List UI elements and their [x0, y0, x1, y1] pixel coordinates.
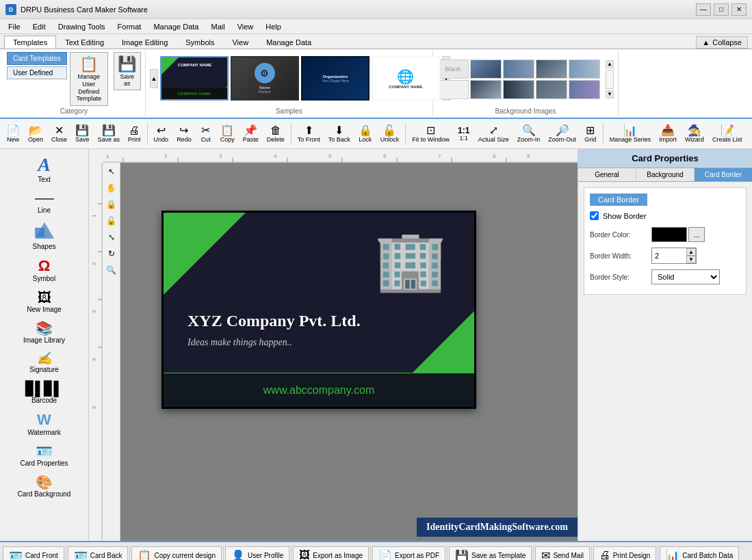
tb-create-list[interactable]: 📝Create List [709, 123, 746, 145]
sidebar-item-text[interactable]: A Text [3, 152, 86, 187]
minimize-button[interactable]: — [696, 3, 711, 16]
tab-view[interactable]: View [223, 36, 257, 49]
tb-paste[interactable]: 📌Paste [239, 123, 262, 145]
tb-undo[interactable]: ↩Undo [151, 123, 172, 145]
tb-to-back[interactable]: ⬇To Back [325, 123, 354, 145]
bg-thumb-5[interactable] [569, 59, 600, 79]
bg-thumb-8[interactable] [503, 80, 534, 99]
tb-cut[interactable]: ✂Cut [196, 123, 216, 145]
menu-manage-data[interactable]: Manage Data [148, 21, 204, 32]
tb-grid[interactable]: ⊞Grid [581, 123, 600, 145]
border-color-swatch[interactable] [651, 227, 687, 242]
bg-thumb-9[interactable] [536, 80, 567, 99]
sidebar-item-line[interactable]: Line [3, 188, 86, 217]
tb-unlock[interactable]: 🔓Unlock [377, 123, 403, 145]
tb-1-1[interactable]: 1:11:1 [454, 124, 474, 144]
sample-thumb-3[interactable]: OrganizationYour Slogan Here [301, 56, 369, 101]
sample-thumb-1[interactable]: COMPANY NAME COMPANY NAME [160, 56, 229, 101]
tb-new[interactable]: 📄New [3, 123, 23, 145]
bg-scroll-up[interactable]: ▲ [606, 60, 614, 68]
bottom-copy-design[interactable]: 📋 Copy current design [131, 546, 222, 560]
menu-format[interactable]: Format [112, 21, 147, 32]
sidebar-item-symbol[interactable]: Ω Symbol [3, 255, 86, 286]
border-width-down[interactable]: ▼ [686, 256, 696, 263]
close-button[interactable]: ✕ [731, 3, 747, 16]
tab-symbols[interactable]: Symbols [177, 36, 223, 49]
maximize-button[interactable]: □ [714, 3, 729, 16]
sidebar-item-shapes[interactable]: Shapes [3, 219, 86, 254]
tb-actual-size[interactable]: ⤢Actual Size [475, 123, 513, 145]
bg-thumb-3[interactable] [503, 59, 534, 79]
panel-tab-general[interactable]: General [578, 168, 636, 181]
sidebar-item-watermark[interactable]: W Watermark [3, 409, 86, 440]
card-border-tab[interactable]: Card Border [590, 194, 647, 206]
bottom-save-template[interactable]: 💾 Save as Template [449, 546, 532, 560]
sidebar-item-image-library[interactable]: 📚 Image Library [3, 318, 86, 347]
tb-print[interactable]: 🖨Print [125, 123, 144, 145]
tb-redo[interactable]: ↪Redo [173, 123, 195, 145]
side-tool-lock[interactable]: 🔒 [104, 197, 119, 212]
tb-delete[interactable]: 🗑Delete [263, 123, 288, 145]
sidebar-item-barcode[interactable]: ▊▌▊▌ Barcode [3, 378, 86, 408]
panel-tab-card-border[interactable]: Card Border [695, 168, 752, 181]
tb-close[interactable]: ✕Close [48, 123, 70, 145]
user-defined-button[interactable]: User Defined [7, 66, 67, 79]
side-tool-zoom[interactable]: 🔍 [104, 263, 119, 278]
bottom-print-design[interactable]: 🖨 Print Design [593, 546, 656, 560]
panel-tab-background[interactable]: Background [636, 168, 695, 181]
tab-manage-data[interactable]: Manage Data [257, 36, 320, 49]
menu-drawing-tools[interactable]: Drawing Tools [53, 21, 111, 32]
collapse-button[interactable]: ▲ Collapse [696, 36, 748, 49]
samples-scroll-up[interactable]: ▲ [150, 69, 158, 88]
bottom-export-image[interactable]: 🖼 Export as Image [293, 546, 369, 560]
bottom-export-pdf[interactable]: 📄 Export as PDF [372, 546, 445, 560]
side-tool-lock2[interactable]: 🔓 [104, 213, 119, 228]
save-as-button[interactable]: 💾 Save as [114, 52, 141, 90]
menu-edit[interactable]: Edit [27, 21, 51, 32]
tb-wizard[interactable]: 🧙Wizard [682, 123, 708, 145]
menu-view[interactable]: View [232, 21, 259, 32]
menu-help[interactable]: Help [260, 21, 287, 32]
sample-thumb-2[interactable]: ⚙ Name Position [231, 56, 299, 101]
bg-scrollbar[interactable] [606, 70, 614, 89]
border-color-picker-button[interactable]: ... [688, 227, 705, 242]
menu-file[interactable]: File [3, 21, 26, 32]
bg-thumb-2[interactable] [470, 59, 502, 79]
tab-templates[interactable]: Templates [4, 36, 56, 49]
side-tool-resize[interactable]: ⤡ [104, 230, 119, 245]
bg-thumb-7[interactable] [470, 80, 502, 99]
tab-text-editing[interactable]: Text Editing [56, 36, 113, 49]
bottom-card-back[interactable]: 🪪 Card Back [68, 546, 129, 560]
bottom-card-batch[interactable]: 📊 Card Batch Data [660, 546, 739, 560]
tb-open[interactable]: 📂Open [25, 123, 47, 145]
border-style-select[interactable]: Solid Dashed Dotted Double [651, 269, 720, 284]
menu-mail[interactable]: Mail [205, 21, 230, 32]
bg-thumb-4[interactable] [536, 59, 567, 79]
tab-image-editing[interactable]: Image Editing [113, 36, 177, 49]
bg-thumb-10[interactable] [569, 80, 600, 99]
sidebar-item-signature[interactable]: ✍ Signature [3, 349, 86, 377]
bg-thumb-6[interactable] [437, 80, 469, 99]
tb-manage-series[interactable]: 📊Manage Series [606, 123, 655, 145]
bottom-card-front[interactable]: 🪪 Card Front [3, 546, 64, 560]
card-templates-button[interactable]: Card Templates [7, 52, 67, 65]
tb-copy[interactable]: 📋Copy [217, 123, 238, 145]
canvas[interactable]: 🏢 XYZ Company Pvt. Ltd. Ideas make thing… [120, 163, 578, 541]
manage-user-defined-button[interactable]: 📋 ManageUserDefinedTemplate [70, 52, 108, 106]
border-width-input[interactable] [652, 248, 686, 263]
sidebar-item-new-image[interactable]: 🖼 New Image [3, 287, 86, 317]
sample-thumb-4[interactable]: 🌐 COMPANY NAME [372, 56, 440, 101]
border-width-up[interactable]: ▲ [686, 248, 696, 256]
bg-thumb-1[interactable]: Blank [437, 59, 469, 79]
bottom-send-mail[interactable]: ✉ Send Mail [535, 546, 589, 560]
tb-to-front[interactable]: ⬆To Front [294, 123, 324, 145]
sidebar-item-card-background[interactable]: 🎨 Card Background [3, 472, 86, 501]
tb-fit-window[interactable]: ⊡Fit to Window [409, 123, 453, 145]
sidebar-item-card-properties[interactable]: 🪪 Card Properties [3, 441, 86, 470]
tb-zoom-out[interactable]: 🔎Zoom-Out [545, 123, 580, 145]
tb-lock[interactable]: 🔒Lock [355, 123, 376, 145]
side-tool-rotate[interactable]: ↻ [104, 246, 119, 261]
tb-import[interactable]: 📥Import [656, 123, 680, 145]
bg-scroll-down[interactable]: ▼ [606, 90, 614, 98]
bottom-user-profile[interactable]: 👤 User Profile [225, 546, 289, 560]
